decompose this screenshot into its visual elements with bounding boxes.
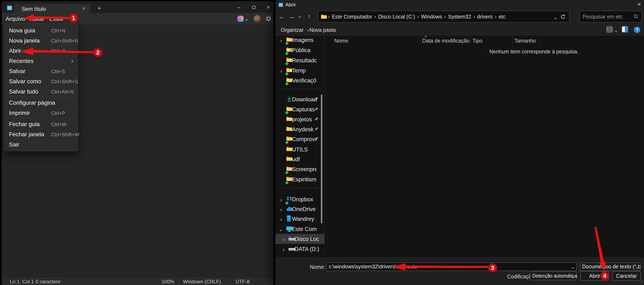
view-mode-chevron-icon[interactable] [615, 29, 617, 32]
new-folder-button[interactable]: Nova pasta [310, 26, 336, 34]
column-header-tamanho[interactable]: Tamanho [514, 38, 536, 44]
breadcrumb-drivers[interactable]: drivers [476, 14, 494, 20]
sidebar-item-espiritismo[interactable]: ✓ Espiritismo [276, 174, 324, 184]
preview-pane-button[interactable] [622, 26, 628, 33]
dialog-close-button[interactable]: × [635, 0, 644, 9]
address-dropdown-chevron-icon[interactable] [555, 16, 556, 20]
column-header-modificacao[interactable]: Data de modificação [422, 38, 470, 44]
copilot-icon[interactable] [237, 16, 244, 22]
sidebar-item-onedrive[interactable]: OneDrive - UNIM [276, 204, 324, 214]
status-line-ending[interactable]: Windows (CRLF) [183, 279, 221, 284]
sidebar-item-verificacoes[interactable]: ✓ Verificações [276, 76, 324, 86]
expand-chevron-icon[interactable] [280, 198, 282, 202]
column-header-tipo[interactable]: Tipo [472, 38, 482, 44]
expand-chevron-icon[interactable] [280, 70, 282, 73]
sidebar-scrollbar[interactable] [321, 94, 322, 223]
column-header-nome[interactable]: Nome [334, 38, 348, 44]
step-2-badge: 2 [94, 48, 102, 57]
copilot-chevron-icon[interactable] [246, 18, 248, 21]
recent-locations-button[interactable] [296, 12, 303, 21]
filename-dropdown-chevron-icon[interactable] [572, 266, 574, 270]
menu-item-salvar-como[interactable]: Salvar como Ctrl+Shift+S [4, 76, 78, 86]
menu-item-nova-guia[interactable]: Nova guia Ctrl+N [4, 25, 78, 35]
file-menu-dropdown: Nova guia Ctrl+N Nova janela Ctrl+Shift+… [4, 23, 78, 151]
resize-grip[interactable] [639, 280, 642, 283]
up-button[interactable]: ↑ [305, 12, 314, 21]
cancel-button[interactable]: Cancelar [612, 271, 641, 281]
sidebar-item-disco-local-c[interactable]: Disco Local (C:) [276, 234, 324, 244]
crumb-separator: › [327, 14, 330, 20]
sidebar-item-este-computador[interactable]: Este Computador [276, 224, 324, 234]
preview-pane-icon [622, 26, 628, 32]
sidebar-item-dropbox[interactable]: ✓ Dropbox [276, 194, 324, 204]
menu-item-imprimir[interactable]: Imprimir Ctrl+P [4, 108, 78, 118]
sidebar-item-screenpresso[interactable]: ✓ Screenpresso [276, 164, 324, 174]
breadcrumb-etc[interactable]: etc [498, 14, 507, 20]
view-mode-button[interactable] [606, 26, 613, 33]
filename-input[interactable]: c:\windows\system32\drivers\etc\hosts [326, 262, 576, 271]
notepad-titlebar: Sem título × + – × [2, 2, 273, 13]
filetype-select[interactable]: Documentos de texto (*.txt) [580, 262, 640, 271]
menu-item-configurar-pagina[interactable]: Configurar página [4, 98, 78, 108]
folder-icon: ✓ [286, 39, 292, 42]
sidebar-item-utils[interactable]: UTILS [276, 144, 324, 154]
sidebar-item-imagens[interactable]: ✓ Imagens [276, 35, 324, 45]
menu-item-sair[interactable]: Sair [4, 139, 78, 149]
encoding-chevron-icon [572, 275, 574, 279]
expand-chevron-icon[interactable] [280, 218, 282, 222]
sidebar-item-anydesk[interactable]: Anydesk [276, 124, 324, 134]
sidebar-item-data-d[interactable]: DATA (D:) [276, 244, 324, 254]
breadcrumb-windows[interactable]: Windows [420, 14, 443, 20]
status-zoom-level[interactable]: 100% [162, 279, 174, 284]
help-button[interactable]: ? [634, 26, 640, 33]
menu-arquivo[interactable]: Arquivo [5, 15, 26, 22]
refresh-icon[interactable] [560, 14, 566, 20]
back-button[interactable]: ← [277, 12, 286, 21]
menu-item-recentes[interactable]: Recentes [4, 56, 78, 66]
sidebar-item-resultado[interactable]: ✓ Resultado avali [276, 55, 324, 65]
expand-chevron-icon[interactable] [282, 248, 284, 252]
expand-chevron-icon[interactable] [280, 208, 282, 212]
menu-item-salvar[interactable]: Salvar Ctrl+S [4, 66, 78, 76]
sidebar-item-downloads[interactable]: Downloads [276, 94, 324, 104]
organize-button[interactable]: Organizar [281, 26, 309, 34]
breadcrumb-disco-local[interactable]: Disco Local (C:) [377, 14, 416, 20]
address-bar[interactable]: › Este Computador › Disco Local (C:) › W… [318, 11, 570, 22]
settings-gear-icon[interactable] [266, 16, 272, 22]
sidebar-item-udf[interactable]: udf [276, 154, 324, 164]
encoding-select[interactable]: Detecção automática [530, 272, 576, 280]
expand-chevron-icon[interactable] [282, 238, 284, 242]
breadcrumb-este-computador[interactable]: Este Computador [330, 14, 374, 20]
sidebar-item-projetos[interactable]: projetos [276, 114, 324, 124]
sidebar-item-temp[interactable]: ✓ Temp [276, 66, 324, 76]
menu-editar[interactable]: Editar [28, 15, 45, 22]
folder-icon [286, 158, 292, 162]
folder-icon: ✓ [286, 108, 292, 112]
expand-chevron-icon[interactable] [280, 39, 282, 42]
maximize-button[interactable] [248, 2, 260, 13]
file-list: ^ Nome Data de modificação Tipo Tamanho … [324, 36, 644, 257]
menu-exibir[interactable]: Exibir [48, 15, 64, 22]
tab-sem-titulo[interactable]: Sem título × [14, 4, 90, 13]
sidebar-item-capturas[interactable]: ✓ Capturas de t [276, 104, 324, 114]
menu-item-salvar-tudo[interactable]: Salvar tudo Ctrl+Alt+S [4, 86, 78, 96]
menu-item-fechar-janela[interactable]: Fechar janela Ctrl+Shift+W [4, 129, 78, 139]
menu-separator [4, 118, 78, 118]
status-encoding[interactable]: UTF-8 [236, 279, 250, 284]
menu-item-fechar-guia[interactable]: Fechar guia Ctrl+W [4, 119, 78, 129]
collapse-chevron-icon[interactable] [280, 228, 282, 232]
menu-item-abrir[interactable]: Abrir Ctrl+O [4, 46, 78, 56]
sidebar-item-publica[interactable]: ✓ Pública [276, 45, 324, 55]
sidebar-item-comprovante[interactable]: ✓ Comprovante [276, 134, 324, 144]
user-avatar[interactable] [254, 15, 261, 22]
breadcrumb-system32[interactable]: System32 [447, 14, 472, 20]
new-tab-button[interactable]: + [95, 4, 104, 12]
search-icon[interactable] [634, 14, 638, 19]
sidebar-item-phone[interactable]: Wandrey - Galax [276, 214, 324, 224]
search-input[interactable]: Pesquisar em etc [580, 11, 642, 22]
menu-item-nova-janela[interactable]: Nova janela Ctrl+Shift+N [4, 35, 78, 46]
close-button[interactable]: × [262, 2, 274, 13]
forward-button[interactable]: → [287, 12, 296, 21]
minimize-button[interactable]: – [233, 2, 245, 13]
tab-close-icon[interactable]: × [80, 5, 87, 12]
